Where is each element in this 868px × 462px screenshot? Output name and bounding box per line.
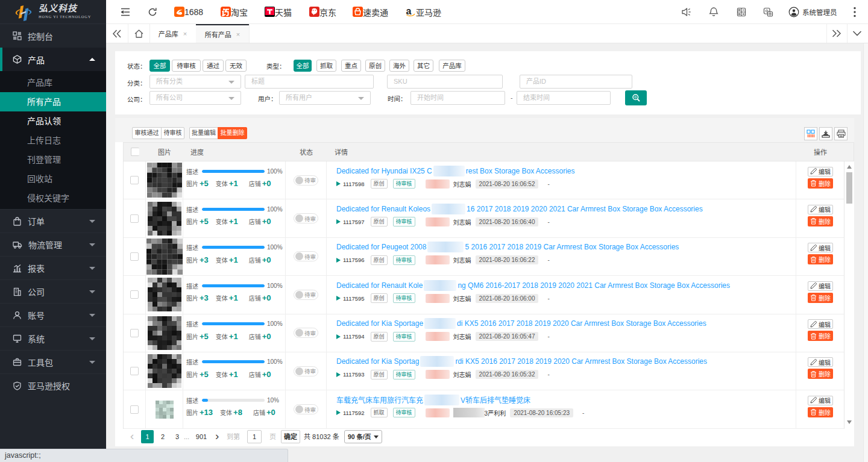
svg-text:a: a: [406, 7, 412, 16]
